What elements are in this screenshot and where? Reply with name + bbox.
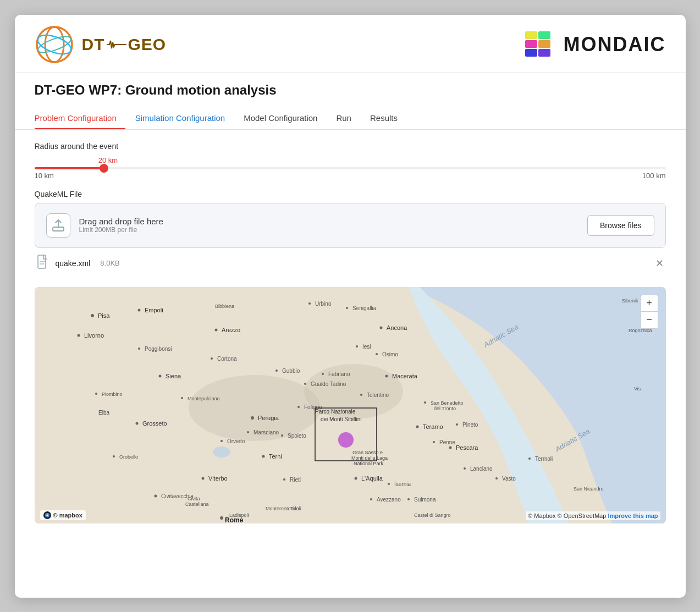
dropzone-main-text: Drag and drop file here — [79, 217, 163, 226]
svg-text:Bibbiena: Bibbiena — [215, 304, 234, 309]
tab-results[interactable]: Results — [370, 109, 406, 129]
svg-text:Tolentino: Tolentino — [367, 392, 389, 398]
tab-simulation-configuration[interactable]: Simulation Configuration — [135, 109, 234, 129]
map-container: Pisa Empoli Livorno Siena Arezzo Poggibo… — [35, 287, 666, 523]
page-title: DT-GEO WP7: Ground motion analysis — [15, 73, 686, 98]
tab-problem-configuration[interactable]: Problem Configuration — [35, 109, 125, 129]
svg-text:San Nicandro: San Nicandro — [574, 486, 604, 492]
dropzone-text-block: Drag and drop file here Limit 200MB per … — [79, 217, 163, 234]
main-content: Radius around the event 20 km 10 km 100 … — [15, 130, 686, 598]
tab-model-configuration[interactable]: Model Configuration — [244, 109, 326, 129]
map-controls: + − — [641, 295, 658, 329]
svg-point-91 — [495, 477, 498, 479]
svg-point-51 — [416, 425, 418, 428]
app-window: DT GEO MONDAIC DT-GEO WP — [15, 15, 686, 598]
svg-rect-9 — [538, 31, 550, 39]
svg-point-50 — [338, 432, 354, 448]
svg-point-56 — [449, 446, 451, 449]
svg-point-109 — [528, 457, 531, 460]
svg-text:Castel di Sangro: Castel di Sangro — [414, 512, 451, 518]
tabs-bar: Problem Configuration Simulation Configu… — [15, 102, 686, 130]
svg-text:Lanciano: Lanciano — [470, 466, 493, 472]
svg-text:Vis: Vis — [634, 386, 641, 392]
svg-point-27 — [138, 348, 140, 350]
svg-text:Gualdo Tadino: Gualdo Tadino — [311, 381, 346, 387]
svg-text:Pisa: Pisa — [98, 312, 110, 319]
svg-text:del Tronto: del Tronto — [434, 406, 456, 411]
svg-rect-10 — [53, 227, 64, 231]
svg-text:Rieti: Rieti — [290, 477, 301, 483]
svg-text:National Park: National Park — [354, 461, 384, 466]
svg-point-86 — [213, 446, 230, 457]
svg-text:Osimo: Osimo — [382, 351, 398, 357]
svg-text:Elba: Elba — [98, 410, 109, 416]
svg-text:Teramo: Teramo — [423, 423, 443, 430]
map-svg: Pisa Empoli Livorno Siena Arezzo Poggibo… — [35, 287, 666, 523]
svg-point-67 — [221, 440, 223, 442]
svg-text:Termoli: Termoli — [535, 456, 553, 462]
svg-text:Vasto: Vasto — [502, 476, 516, 482]
svg-text:Fabriano: Fabriano — [328, 371, 350, 377]
logo-left: DT GEO — [35, 25, 167, 64]
svg-text:Senigallia: Senigallia — [352, 305, 377, 311]
svg-point-89 — [154, 494, 157, 497]
svg-text:Siena: Siena — [166, 373, 181, 379]
svg-text:Montepulciano: Montepulciano — [188, 396, 220, 401]
improve-map-link[interactable]: Improve this map — [608, 512, 658, 519]
svg-text:Sibenik: Sibenik — [622, 298, 638, 304]
header: DT GEO MONDAIC — [15, 15, 686, 73]
slider-max: 100 km — [642, 172, 666, 180]
svg-point-62 — [354, 477, 357, 479]
svg-text:Sulmona: Sulmona — [414, 497, 436, 503]
svg-text:Livorno: Livorno — [84, 332, 104, 339]
svg-point-43 — [297, 406, 300, 408]
svg-text:Gubbio: Gubbio — [282, 368, 300, 374]
browse-files-button[interactable]: Browse files — [587, 215, 654, 236]
svg-text:Arezzo: Arezzo — [222, 327, 240, 333]
svg-rect-8 — [525, 31, 537, 39]
svg-text:Avezzano: Avezzano — [377, 497, 401, 503]
svg-point-1 — [45, 27, 64, 62]
svg-point-41 — [385, 374, 388, 377]
svg-text:Orobello: Orobello — [119, 454, 138, 460]
svg-text:Perugia: Perugia — [258, 415, 279, 421]
file-remove-button[interactable]: ✕ — [655, 257, 664, 269]
svg-text:Gran Sasso e: Gran Sasso e — [352, 450, 383, 455]
svg-text:Urbino: Urbino — [315, 301, 332, 307]
svg-text:Pineto: Pineto — [462, 422, 478, 428]
svg-text:Piombino: Piombino — [102, 392, 123, 397]
tab-run[interactable]: Run — [336, 109, 360, 129]
svg-point-81 — [95, 393, 97, 395]
waveform-icon — [107, 38, 126, 51]
svg-point-60 — [283, 478, 285, 481]
radius-label: Radius around the event — [35, 142, 666, 151]
file-row: quake.xml 8.0KB ✕ — [35, 248, 666, 279]
svg-point-99 — [388, 483, 390, 485]
map-zoom-out-button[interactable]: − — [641, 312, 658, 328]
svg-point-23 — [158, 374, 161, 377]
svg-point-31 — [275, 370, 278, 372]
file-icon — [37, 255, 49, 272]
slider-value-label: 20 km — [98, 156, 118, 164]
svg-point-73 — [304, 383, 306, 385]
svg-point-84 — [135, 422, 138, 424]
svg-point-69 — [201, 477, 204, 479]
svg-text:Orvieto: Orvieto — [227, 438, 245, 444]
svg-point-19 — [137, 308, 140, 311]
logo-right: MONDAIC — [521, 27, 666, 62]
map-zoom-in-button[interactable]: + — [641, 295, 658, 312]
svg-rect-5 — [538, 49, 550, 57]
dropzone-sub-text: Limit 200MB per file — [79, 226, 163, 234]
svg-point-128 — [46, 514, 48, 516]
mapbox-logo: © mapbox — [40, 510, 86, 520]
dropzone[interactable]: Drag and drop file here Limit 200MB per … — [35, 203, 666, 248]
svg-text:Viterbo: Viterbo — [208, 475, 228, 482]
file-size: 8.0KB — [100, 259, 119, 267]
svg-point-75 — [360, 394, 362, 396]
svg-text:Spoleto: Spoleto — [288, 433, 306, 439]
svg-text:Marsciano: Marsciano — [253, 429, 279, 435]
svg-text:Castellana: Castellana — [185, 501, 209, 507]
svg-text:Civitavecchia: Civitavecchia — [161, 493, 194, 499]
svg-point-97 — [456, 423, 458, 426]
svg-text:Iesi: Iesi — [362, 344, 371, 350]
